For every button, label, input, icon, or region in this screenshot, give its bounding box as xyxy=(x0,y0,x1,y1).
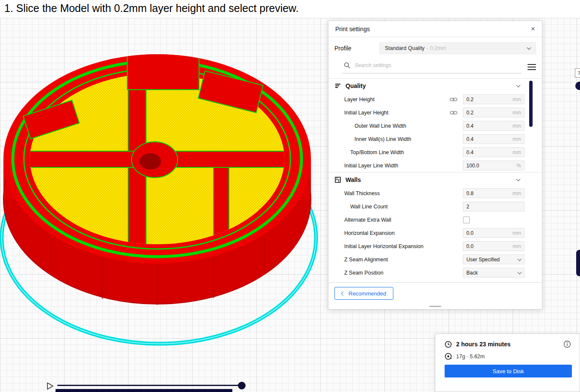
setting-row: Outer Wall Line Width 0.4 mm xyxy=(328,119,542,132)
job-summary-card: 2 hours 23 minutes 17g · 5.62m Save to D… xyxy=(435,333,580,392)
material-usage: 17g · 5.62m xyxy=(456,354,485,360)
setting-row: Z Seam Position Back xyxy=(328,266,542,279)
settings-scrollbar[interactable] xyxy=(529,81,533,127)
chevron-down-icon xyxy=(518,270,522,274)
setting-row: Layer Height 0.2 mm xyxy=(328,93,542,106)
setting-unit: mm xyxy=(513,149,521,155)
simulation-slider-bar xyxy=(56,389,232,392)
setting-value-field[interactable]: 0.8 mm xyxy=(463,188,524,198)
panel-resize-handle[interactable] xyxy=(429,306,441,307)
setting-label: Z Seam Alignment xyxy=(344,257,388,263)
layer-count-badge: 7 xyxy=(575,68,580,78)
quality-icon xyxy=(334,82,341,89)
print-settings-panel: Print settings × Profile Standard Qualit… xyxy=(328,20,542,310)
simulation-slider-track[interactable] xyxy=(57,385,242,386)
link-icon[interactable] xyxy=(450,111,457,115)
setting-row: Horizontal Expansion 0.0 mm xyxy=(328,226,542,240)
setting-unit: mm xyxy=(513,136,521,142)
search-box[interactable] xyxy=(342,59,521,73)
setting-value-field[interactable]: 100.0 % xyxy=(463,161,524,170)
setting-value: 0.4 xyxy=(466,123,474,129)
setting-label: Inner Wall(s) Line Width xyxy=(344,136,411,142)
chevron-down-icon xyxy=(516,83,521,87)
setting-label: Initial Layer Height xyxy=(344,110,389,116)
profile-dropdown[interactable]: Standard Quality - 0.2mm xyxy=(379,42,536,54)
setting-label: Alternate Extra Wall xyxy=(344,217,391,223)
panel-footer: Recommended xyxy=(328,282,542,309)
setting-row: Top/Bottom Line Width 0.4 mm xyxy=(328,146,542,159)
setting-unit: mm xyxy=(513,123,521,129)
setting-label: Wall Line Count xyxy=(344,204,388,210)
info-icon[interactable] xyxy=(563,340,571,348)
setting-unit: % xyxy=(516,163,521,169)
setting-row: Wall Line Count 2 xyxy=(328,200,542,213)
recommended-button[interactable]: Recommended xyxy=(334,287,393,300)
setting-value-field[interactable]: 0.4 mm xyxy=(463,121,524,131)
walls-icon xyxy=(334,176,341,183)
setting-value: 0.2 xyxy=(466,110,474,116)
setting-value: 0.4 xyxy=(466,136,474,142)
setting-value: 0.2 xyxy=(466,97,474,102)
setting-label: Top/Bottom Line Width xyxy=(344,149,404,155)
recommended-label: Recommended xyxy=(349,290,386,297)
setting-value-field[interactable]: 0.2 mm xyxy=(463,94,524,104)
setting-value: Back xyxy=(466,270,478,276)
print-settings-header: Print settings × xyxy=(328,21,542,37)
chevron-down-icon xyxy=(518,257,522,261)
print-settings-title: Print settings xyxy=(335,26,370,32)
profile-suffix: - 0.2mm xyxy=(427,45,446,51)
setting-value: 2 xyxy=(466,204,469,210)
alternate-extra-wall-checkbox[interactable] xyxy=(463,216,470,223)
setting-row: Z Seam Alignment User Specified xyxy=(328,253,542,266)
profile-value: Standard Quality xyxy=(385,45,425,51)
setting-value: 0.0 xyxy=(466,230,474,236)
setting-value: 0.0 xyxy=(466,243,474,249)
setting-row: Inner Wall(s) Line Width 0.4 mm xyxy=(328,132,542,146)
setting-value-field[interactable]: 0.4 mm xyxy=(463,134,524,144)
section-title: Walls xyxy=(346,176,361,183)
layer-slider-handle[interactable] xyxy=(576,250,580,276)
setting-unit: mm xyxy=(513,243,521,249)
setting-label: Initial Layer Line Width xyxy=(344,163,398,169)
setting-value: 100.0 xyxy=(466,163,479,169)
setting-value-field[interactable]: 0.0 mm xyxy=(463,241,524,251)
material-icon xyxy=(445,353,452,360)
chevron-left-icon xyxy=(341,291,346,295)
setting-value-field[interactable]: 0.2 mm xyxy=(463,108,524,117)
setting-unit: mm xyxy=(513,230,521,236)
setting-label: Outer Wall Line Width xyxy=(344,123,406,129)
search-row xyxy=(342,59,536,73)
profile-label: Profile xyxy=(334,45,379,52)
menu-icon[interactable] xyxy=(527,64,536,70)
print-time: 2 hours 23 minutes xyxy=(456,341,511,348)
search-input[interactable] xyxy=(354,62,520,68)
setting-value-field[interactable]: 2 xyxy=(463,202,524,211)
application-window: 1. Slice the Model with 0.2mm layer heig… xyxy=(0,0,580,392)
setting-dropdown[interactable]: User Specified xyxy=(463,255,524,264)
setting-unit: mm xyxy=(513,97,521,102)
clock-icon xyxy=(445,341,452,348)
section-quality[interactable]: Quality xyxy=(328,78,542,93)
section-walls[interactable]: Walls xyxy=(328,172,542,187)
setting-value: 0.8 xyxy=(466,190,474,196)
setting-label: Layer Height xyxy=(344,97,375,102)
setting-value-field[interactable]: 0.0 mm xyxy=(463,228,524,238)
link-icon[interactable] xyxy=(450,97,457,102)
save-to-disk-button[interactable]: Save to Disk xyxy=(445,365,572,377)
setting-value: 0.4 xyxy=(466,149,474,155)
play-icon[interactable] xyxy=(45,381,55,391)
setting-unit: mm xyxy=(513,190,521,196)
setting-value: User Specified xyxy=(466,257,500,263)
close-icon[interactable]: × xyxy=(531,25,535,32)
setting-dropdown[interactable]: Back xyxy=(463,268,524,278)
profile-row: Profile Standard Quality - 0.2mm xyxy=(334,42,536,54)
setting-label: Wall Thickness xyxy=(344,190,380,196)
simulation-slider-handle[interactable] xyxy=(238,382,246,389)
model-preview xyxy=(0,18,325,360)
setting-row: Initial Layer Line Width 100.0 % xyxy=(328,159,542,172)
setting-value-field[interactable]: 0.4 mm xyxy=(463,147,524,157)
setting-row: Alternate Extra Wall xyxy=(328,213,542,226)
setting-row: Wall Thickness 0.8 mm xyxy=(328,187,542,200)
setting-row: Initial Layer Height 0.2 mm xyxy=(328,106,542,119)
settings-list: Quality Layer Height 0.2 mm Initial Laye… xyxy=(328,78,542,282)
